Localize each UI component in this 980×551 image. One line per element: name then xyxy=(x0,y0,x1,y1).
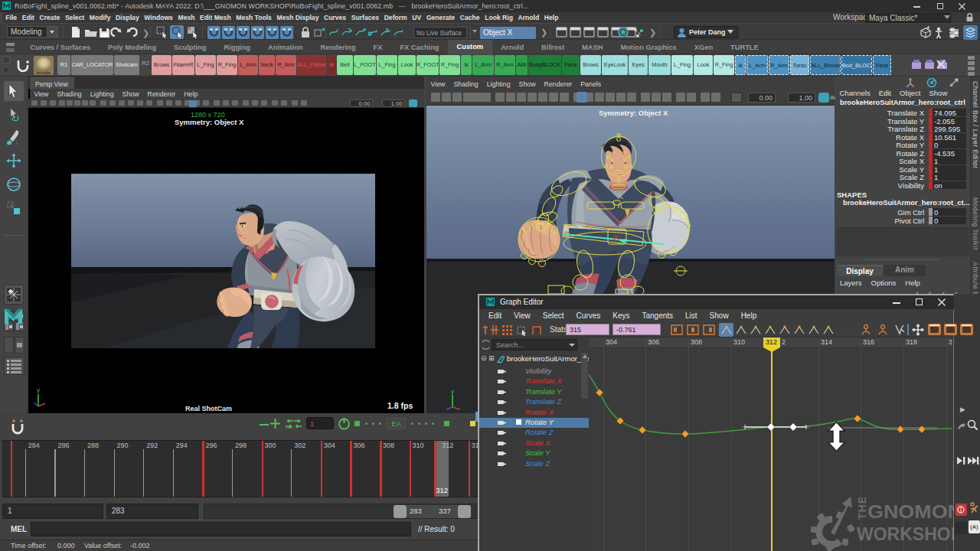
svg-text:THE: THE xyxy=(856,496,868,520)
svg-text:y: y xyxy=(451,388,454,395)
svg-text:WORKSHOP: WORKSHOP xyxy=(857,523,954,544)
svg-text:y: y xyxy=(37,386,40,393)
svg-text:GNOMON: GNOMON xyxy=(867,501,954,522)
